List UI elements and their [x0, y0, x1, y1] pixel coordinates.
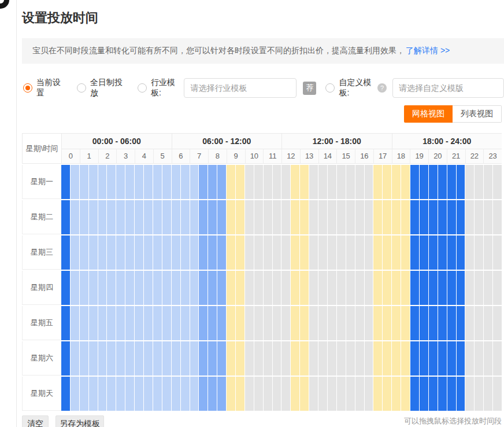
time-slot-cell[interactable]: [107, 235, 116, 270]
time-slot-cell[interactable]: [493, 341, 502, 376]
time-slot-cell[interactable]: [264, 235, 272, 270]
time-slot-cell[interactable]: [373, 306, 382, 340]
time-slot-cell[interactable]: [493, 200, 502, 234]
time-slot-cell[interactable]: [429, 200, 438, 234]
time-slot-cell[interactable]: [80, 377, 88, 411]
time-slot-cell[interactable]: [392, 235, 401, 270]
time-slot-cell[interactable]: [144, 306, 153, 340]
time-slot-cell[interactable]: [300, 377, 309, 411]
time-slot-cell[interactable]: [392, 165, 401, 199]
time-slot-cell[interactable]: [429, 165, 438, 199]
time-slot-cell[interactable]: [291, 165, 299, 199]
time-slot-cell[interactable]: [447, 165, 456, 199]
time-slot-cell[interactable]: [217, 200, 226, 234]
time-slot-cell[interactable]: [107, 165, 116, 199]
time-slot-cell[interactable]: [493, 306, 502, 340]
time-slot-cell[interactable]: [61, 165, 70, 199]
time-slot-cell[interactable]: [80, 306, 88, 340]
time-slot-cell[interactable]: [135, 377, 143, 411]
time-slot-cell[interactable]: [457, 165, 465, 199]
time-slot-cell[interactable]: [291, 271, 299, 305]
time-slot-cell[interactable]: [318, 306, 327, 340]
time-slot-cell[interactable]: [346, 200, 355, 234]
time-slot-cell[interactable]: [365, 235, 373, 270]
time-slot-cell[interactable]: [89, 200, 98, 234]
time-slot-cell[interactable]: [135, 165, 143, 199]
time-slot-cell[interactable]: [217, 165, 226, 199]
time-slot-cell[interactable]: [373, 165, 382, 199]
time-slot-cell[interactable]: [300, 200, 309, 234]
time-slot-cell[interactable]: [227, 200, 235, 234]
time-slot-cell[interactable]: [199, 165, 207, 199]
time-slot-cell[interactable]: [71, 200, 79, 234]
time-slot-cell[interactable]: [162, 271, 171, 305]
time-slot-cell[interactable]: [438, 306, 447, 340]
time-slot-cell[interactable]: [190, 200, 199, 234]
time-slot-cell[interactable]: [273, 165, 281, 199]
time-slot-cell[interactable]: [135, 271, 143, 305]
time-slot-cell[interactable]: [190, 165, 199, 199]
radio-industry-template[interactable]: 行业模板:: [138, 78, 179, 98]
time-slot-cell[interactable]: [383, 200, 391, 234]
save-as-template-button[interactable]: 另存为模板: [55, 415, 104, 427]
time-slot-cell[interactable]: [208, 200, 217, 234]
time-slot-cell[interactable]: [309, 165, 318, 199]
time-slot-cell[interactable]: [300, 341, 309, 376]
time-slot-cell[interactable]: [264, 377, 272, 411]
time-slot-cell[interactable]: [181, 377, 190, 411]
time-slot-cell[interactable]: [254, 200, 263, 234]
time-slot-cell[interactable]: [484, 306, 492, 340]
time-slot-cell[interactable]: [125, 341, 134, 376]
time-slot-cell[interactable]: [493, 235, 502, 270]
time-slot-cell[interactable]: [125, 165, 134, 199]
time-slot-cell[interactable]: [199, 235, 207, 270]
time-slot-cell[interactable]: [281, 377, 290, 411]
time-slot-cell[interactable]: [493, 377, 502, 411]
time-slot-cell[interactable]: [153, 306, 162, 340]
time-slot-cell[interactable]: [172, 377, 180, 411]
time-slot-cell[interactable]: [410, 200, 419, 234]
time-slot-cell[interactable]: [291, 377, 299, 411]
time-slot-cell[interactable]: [484, 235, 492, 270]
time-slot-cell[interactable]: [447, 235, 456, 270]
time-slot-cell[interactable]: [181, 341, 190, 376]
time-slot-cell[interactable]: [484, 341, 492, 376]
time-slot-cell[interactable]: [281, 341, 290, 376]
time-slot-cell[interactable]: [457, 341, 465, 376]
time-slot-cell[interactable]: [71, 377, 79, 411]
time-slot-cell[interactable]: [309, 306, 318, 340]
time-slot-cell[interactable]: [153, 341, 162, 376]
time-slot-cell[interactable]: [245, 341, 254, 376]
time-slot-cell[interactable]: [217, 306, 226, 340]
time-slot-cell[interactable]: [116, 271, 125, 305]
time-slot-cell[interactable]: [318, 200, 327, 234]
time-slot-cell[interactable]: [162, 165, 171, 199]
time-slot-cell[interactable]: [392, 200, 401, 234]
clear-button[interactable]: 清空: [22, 415, 49, 427]
time-slot-cell[interactable]: [373, 341, 382, 376]
time-slot-cell[interactable]: [373, 377, 382, 411]
time-slot-cell[interactable]: [447, 377, 456, 411]
time-slot-cell[interactable]: [71, 341, 79, 376]
time-slot-cell[interactable]: [420, 200, 428, 234]
time-slot-cell[interactable]: [438, 377, 447, 411]
time-slot-cell[interactable]: [144, 235, 153, 270]
time-slot-cell[interactable]: [373, 271, 382, 305]
time-slot-cell[interactable]: [328, 377, 336, 411]
time-slot-cell[interactable]: [429, 271, 438, 305]
time-slot-cell[interactable]: [61, 200, 70, 234]
time-slot-cell[interactable]: [199, 341, 207, 376]
time-slot-cell[interactable]: [392, 306, 401, 340]
time-slot-cell[interactable]: [144, 377, 153, 411]
time-slot-cell[interactable]: [227, 165, 235, 199]
time-slot-cell[interactable]: [337, 341, 346, 376]
time-slot-cell[interactable]: [337, 235, 346, 270]
time-slot-cell[interactable]: [291, 306, 299, 340]
time-slot-cell[interactable]: [273, 235, 281, 270]
time-slot-cell[interactable]: [254, 341, 263, 376]
time-slot-cell[interactable]: [318, 271, 327, 305]
time-slot-cell[interactable]: [199, 271, 207, 305]
time-slot-cell[interactable]: [383, 271, 391, 305]
time-slot-cell[interactable]: [281, 271, 290, 305]
time-slot-cell[interactable]: [181, 200, 190, 234]
